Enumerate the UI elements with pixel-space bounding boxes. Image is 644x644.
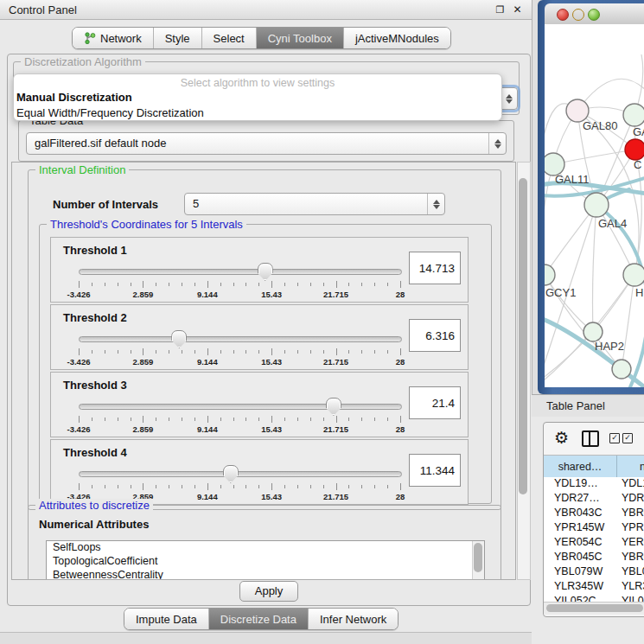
network-node-label: HAP2: [595, 340, 624, 353]
table-panel-box: ⚙ ✓ ✓ shared… n YDL19…YDL1YDR27…YDR2YBR0…: [543, 422, 644, 617]
threshold-1-slider-track[interactable]: [79, 269, 402, 275]
slider-tick: [207, 483, 208, 490]
network-node[interactable]: [612, 360, 631, 379]
tab-discretize-data[interactable]: Discretize Data: [209, 609, 309, 629]
mac-minimize-button[interactable]: [572, 9, 584, 21]
threshold-1-slider-tick-labels: -3.4262.8599.14415.4321.71528: [79, 290, 400, 300]
table-data-combobox-value: galFiltered.sif default node: [35, 137, 485, 150]
tab-network[interactable]: Network: [73, 28, 154, 48]
threshold-2-slider-thumb[interactable]: [171, 330, 187, 348]
slider-tick-label: 21.715: [323, 492, 348, 501]
close-window-icon[interactable]: ✕: [512, 4, 523, 16]
tab-cyni-toolbox-label: Cyni Toolbox: [268, 32, 332, 45]
network-node[interactable]: [625, 139, 644, 160]
column-header-shared-name[interactable]: shared…: [544, 456, 617, 478]
slider-tick: [131, 418, 131, 421]
table-settings-gear-icon[interactable]: ⚙: [554, 428, 569, 448]
slider-tick: [271, 483, 272, 490]
slider-tick: [400, 416, 401, 423]
network-edge[interactable]: [622, 275, 634, 369]
table-row[interactable]: YPR145WYPR1: [544, 521, 644, 536]
select-columns-checkbox-icon[interactable]: ✓: [609, 433, 620, 443]
attribute-list-item[interactable]: SelfLoops: [47, 541, 484, 555]
table-row[interactable]: YLR345WYLR3: [544, 580, 644, 595]
network-node[interactable]: [584, 193, 609, 217]
slider-tick-label: 28: [396, 357, 405, 367]
table-row[interactable]: YER054CYER0: [544, 536, 644, 551]
cyni-bottom-tabbar: Impute Data Discretize Data Infer Networ…: [124, 608, 399, 630]
table-row[interactable]: YBR045CYBR0: [544, 551, 644, 565]
tab-jactivemnodules[interactable]: jActiveMNodules: [344, 28, 450, 48]
slider-tick: [118, 283, 118, 286]
mac-close-button[interactable]: [557, 9, 569, 21]
tab-impute-data[interactable]: Impute Data: [124, 609, 209, 629]
tab-cyni-toolbox[interactable]: Cyni Toolbox: [257, 28, 344, 48]
mac-zoom-button[interactable]: [588, 9, 600, 21]
threshold-2-slider: -3.4262.8599.14415.4321.71528: [79, 329, 400, 367]
tab-infer-network[interactable]: Infer Network: [309, 609, 398, 629]
network-node-label: C: [634, 158, 641, 171]
settings-vertical-scrollbar-thumb[interactable]: [519, 178, 527, 494]
column-header-name[interactable]: n: [617, 456, 644, 478]
table-row[interactable]: YDL19…YDL1: [544, 477, 644, 492]
table-horizontal-scrollbar[interactable]: [544, 602, 644, 615]
attribute-list-item[interactable]: BetweennessCentrality: [47, 569, 484, 580]
table-row[interactable]: YDR27…YDR2: [544, 492, 644, 507]
network-node[interactable]: [545, 265, 555, 285]
network-node[interactable]: [623, 104, 644, 126]
table-horizontal-scrollbar-thumb[interactable]: [546, 604, 643, 612]
network-edge[interactable]: [553, 150, 635, 164]
algorithm-option-equal-width[interactable]: Equal Width/Frequency Discretization: [14, 105, 501, 121]
threshold-3-slider-track[interactable]: [79, 404, 402, 410]
table-row[interactable]: YBR043CYBR0: [544, 507, 644, 521]
attribute-list-item[interactable]: TopologicalCoefficient: [47, 555, 484, 569]
threshold-3-slider-thumb[interactable]: [326, 398, 341, 416]
table-panel-title: Table Panel: [546, 399, 605, 412]
table-cell-name: YDR2: [616, 492, 644, 507]
column-layout-icon[interactable]: [582, 430, 599, 447]
slider-tick: [118, 418, 118, 421]
slider-tick: [361, 283, 362, 286]
table-cell-name: YPR1: [616, 521, 644, 536]
network-canvas[interactable]: GAL80GALCGAL11GAL4GCY1HHAP2: [545, 24, 644, 387]
table-row[interactable]: YBL079WYBL0: [544, 565, 644, 580]
network-edge[interactable]: [545, 205, 596, 275]
tab-style[interactable]: Style: [154, 28, 202, 48]
threshold-4-slider-track[interactable]: [79, 471, 402, 477]
settings-vertical-scrollbar[interactable]: [517, 162, 531, 580]
threshold-3-slider: -3.4262.8599.14415.4321.71528: [79, 397, 400, 435]
number-of-intervals-combobox[interactable]: 5: [184, 193, 445, 215]
threshold-2-value-field[interactable]: 6.316: [409, 319, 461, 352]
numerical-attributes-list[interactable]: SelfLoopsTopologicalCoefficientBetweenne…: [46, 540, 485, 580]
table-rows: YDL19…YDL1YDR27…YDR2YBR043CYBR0YPR145WYP…: [544, 477, 644, 602]
float-window-icon[interactable]: ❐: [494, 4, 506, 16]
threshold-4-slider-thumb[interactable]: [223, 465, 239, 483]
slider-tick: [374, 485, 375, 488]
tab-jactivemnodules-label: jActiveMNodules: [355, 32, 439, 45]
threshold-1-value-field[interactable]: 14.713: [409, 252, 461, 284]
threshold-4-value-field[interactable]: 11.344: [409, 454, 461, 487]
network-edge[interactable]: [593, 205, 597, 332]
slider-tick: [143, 281, 143, 288]
apply-button[interactable]: Apply: [239, 581, 298, 602]
slider-tick: [400, 483, 401, 490]
table-row[interactable]: YIL052CYIL0: [544, 595, 644, 602]
number-of-intervals-stepper: [427, 194, 444, 214]
threshold-3-value-field[interactable]: 21.4: [409, 386, 461, 419]
threshold-1-slider-thumb[interactable]: [258, 263, 273, 281]
threshold-2-slider-track[interactable]: [79, 336, 402, 342]
attributes-list-scrollbar-thumb[interactable]: [474, 543, 482, 572]
attributes-list-scrollbar[interactable]: [472, 541, 484, 580]
table-data-combobox[interactable]: galFiltered.sif default node: [26, 132, 507, 155]
tab-select[interactable]: Select: [202, 28, 257, 48]
network-node[interactable]: [583, 322, 603, 341]
algorithm-option-manual[interactable]: Manual Discretization: [14, 90, 501, 105]
slider-tick: [361, 350, 362, 354]
network-edge[interactable]: [545, 164, 553, 275]
algorithm-dropdown-popup: Select algorithm to view settings Manual…: [13, 73, 502, 121]
slider-tick: [156, 350, 156, 354]
slider-tick: [258, 350, 259, 354]
select-all-checkbox-icon[interactable]: ✓: [622, 433, 633, 443]
slider-tick: [323, 350, 324, 354]
network-node[interactable]: [623, 264, 644, 286]
